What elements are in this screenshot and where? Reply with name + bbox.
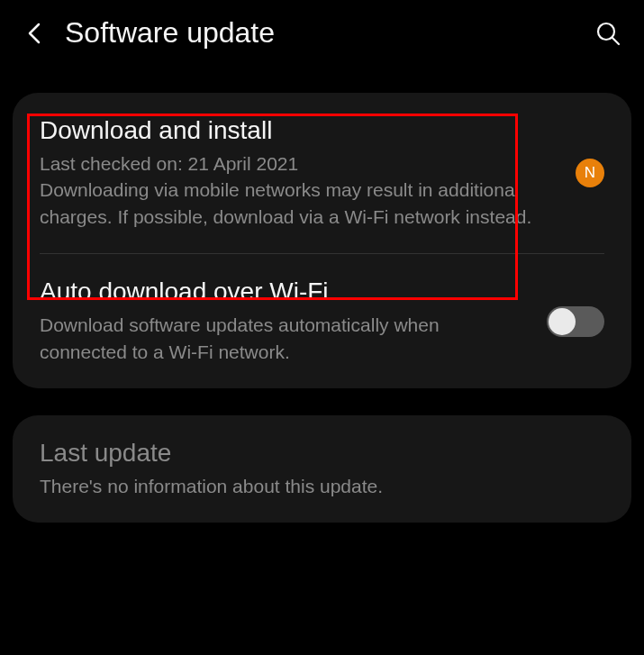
last-update-text: Last update There's no information about… (40, 439, 604, 499)
auto-download-item[interactable]: Auto download over Wi-Fi Download softwa… (13, 254, 631, 388)
back-button[interactable] (22, 21, 47, 46)
download-install-item[interactable]: Download and install Last checked on: 21… (13, 93, 631, 253)
svg-line-1 (612, 38, 619, 44)
download-install-text: Download and install Last checked on: 21… (40, 116, 559, 230)
settings-card-1: Download and install Last checked on: 21… (13, 93, 631, 388)
notification-badge: N (576, 159, 604, 187)
last-update-item[interactable]: Last update There's no information about… (13, 415, 631, 523)
search-icon (595, 21, 621, 46)
auto-download-text: Auto download over Wi-Fi Download softwa… (40, 277, 531, 365)
page-title: Software update (65, 16, 576, 50)
download-install-desc: Last checked on: 21 April 2021 Downloadi… (40, 150, 559, 230)
last-update-title: Last update (40, 439, 604, 468)
auto-download-desc: Download software updates automatically … (40, 312, 531, 365)
auto-download-toggle[interactable] (547, 306, 604, 337)
toggle-knob (549, 308, 576, 335)
settings-card-2: Last update There's no information about… (13, 415, 631, 523)
last-update-desc: There's no information about this update… (40, 473, 604, 499)
header: Software update (0, 0, 644, 66)
chevron-left-icon (25, 21, 43, 46)
auto-download-title: Auto download over Wi-Fi (40, 277, 531, 306)
search-button[interactable] (594, 19, 622, 48)
download-install-title: Download and install (40, 116, 559, 145)
